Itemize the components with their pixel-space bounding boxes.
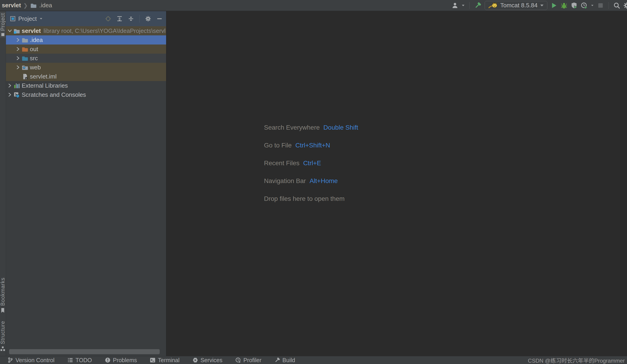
statusbar-problems[interactable]: Problems xyxy=(105,357,137,364)
expand-all-icon[interactable] xyxy=(117,16,122,22)
drop-files-hint: Drop files here to open them xyxy=(264,194,358,203)
profiler-run-button[interactable] xyxy=(581,2,587,9)
run-configuration-label: Tomcat 8.5.84 xyxy=(500,2,538,9)
libraries-icon xyxy=(14,83,20,89)
tree-item-hint: library root, C:\Users\YOGA\IdeaProjects… xyxy=(44,27,166,35)
statusbar-services[interactable]: Services xyxy=(192,357,222,364)
tree-row-servlet[interactable]: servlet library root, C:\Users\YOGA\Idea… xyxy=(6,26,166,35)
breadcrumb-project[interactable]: servlet xyxy=(2,2,21,9)
breadcrumb-separator-icon: ❯ xyxy=(23,2,28,9)
folder-icon xyxy=(22,37,28,43)
shortcut-row: Navigation Bar Alt+Home xyxy=(264,176,358,186)
profiler-dropdown-icon[interactable] xyxy=(591,5,593,6)
scratches-icon xyxy=(14,92,20,98)
shortcut-row: Search Everywhere Double Shift xyxy=(264,123,358,132)
tree-chevron-icon[interactable] xyxy=(7,28,13,34)
tree-chevron-icon[interactable] xyxy=(15,55,21,61)
toolbar-actions: Tomcat 8.5.84 xyxy=(452,1,627,10)
stop-button-disabled xyxy=(597,2,604,9)
select-opened-file-icon[interactable] xyxy=(105,16,111,22)
editor-empty-state: Search Everywhere Double Shift Go to Fil… xyxy=(167,11,627,356)
header-divider xyxy=(139,15,140,23)
project-tool-icon xyxy=(1,33,4,36)
tree-row-external-libraries[interactable]: External Libraries xyxy=(6,81,166,90)
structure-icon xyxy=(0,346,5,352)
breadcrumb-current[interactable]: .idea xyxy=(39,2,52,9)
tomcat-icon xyxy=(488,2,498,9)
folder-source-icon xyxy=(22,55,28,61)
file-iml-icon xyxy=(22,73,28,80)
tree-chevron-icon[interactable] xyxy=(7,92,13,98)
project-view-selector[interactable]: Project xyxy=(10,15,43,22)
folder-project-icon xyxy=(14,28,20,34)
stripe-label-bookmarks: Bookmarks xyxy=(0,277,6,306)
problems-icon xyxy=(105,357,111,363)
tree-row-servlet-iml[interactable]: servlet.iml xyxy=(6,72,166,81)
tree-row--idea[interactable]: .idea xyxy=(6,35,166,45)
shortcut-action-label: Navigation Bar xyxy=(264,177,306,185)
tree-item-label: web xyxy=(30,64,41,71)
statusbar-build[interactable]: Build xyxy=(274,357,295,364)
run-configuration-selector[interactable]: Tomcat 8.5.84 xyxy=(485,1,547,10)
statusbar-item-label: Build xyxy=(282,357,295,364)
debug-button[interactable] xyxy=(561,2,568,9)
toolbar-divider xyxy=(469,2,470,9)
shortcut-action-label: Recent Files xyxy=(264,159,300,167)
statusbar-version-control[interactable]: Version Control xyxy=(7,357,54,364)
tree-chevron-icon[interactable] xyxy=(15,64,21,70)
project-tree: servlet library root, C:\Users\YOGA\Idea… xyxy=(6,26,166,99)
tree-item-label: src xyxy=(30,55,38,62)
folder-icon xyxy=(30,2,37,8)
shortcut-keystroke: Ctrl+E xyxy=(303,159,321,167)
collapse-all-icon[interactable] xyxy=(128,16,134,22)
project-view-icon xyxy=(10,16,15,21)
folder-web-icon xyxy=(22,64,28,70)
run-config-dropdown-icon xyxy=(540,4,543,6)
bookmark-icon xyxy=(0,308,5,313)
hide-panel-icon[interactable] xyxy=(157,16,162,22)
statusbar-todo[interactable]: TODO xyxy=(67,357,92,364)
tree-row-out[interactable]: out xyxy=(6,45,166,54)
tree-row-web[interactable]: web xyxy=(6,63,166,72)
tree-item-label: .idea xyxy=(30,37,43,44)
project-panel-header: Project xyxy=(6,11,166,26)
tree-row-src[interactable]: src xyxy=(6,54,166,63)
services-icon xyxy=(192,357,198,363)
settings-gear-icon[interactable] xyxy=(623,2,627,9)
shortcut-keystroke: Alt+Home xyxy=(310,177,338,185)
tree-chevron-icon[interactable] xyxy=(7,83,13,89)
stripe-button-project[interactable]: Project xyxy=(0,12,5,38)
horizontal-scrollbar[interactable] xyxy=(9,349,160,354)
tree-chevron-icon[interactable] xyxy=(15,73,21,79)
user-dropdown-icon[interactable] xyxy=(462,4,464,6)
search-everywhere-icon[interactable] xyxy=(613,2,620,9)
profiler-gray-icon xyxy=(235,357,241,363)
statusbar-item-label: Terminal xyxy=(158,357,179,364)
statusbar-terminal[interactable]: Terminal xyxy=(150,357,179,364)
shortcut-keystroke: Double Shift xyxy=(323,124,358,131)
stripe-button-bookmarks[interactable]: Bookmarks xyxy=(0,276,5,314)
tree-chevron-icon[interactable] xyxy=(15,37,21,43)
tree-item-label: servlet xyxy=(22,27,41,35)
tree-item-label: Scratches and Consoles xyxy=(22,91,86,98)
build-project-icon[interactable] xyxy=(474,2,481,9)
statusbar-item-label: Profiler xyxy=(243,357,261,364)
tree-item-label: servlet.iml xyxy=(30,73,56,80)
tree-chevron-icon[interactable] xyxy=(15,46,21,52)
statusbar-profiler[interactable]: Profiler xyxy=(235,357,261,364)
tree-row-scratches-and-consoles[interactable]: Scratches and Consoles xyxy=(6,90,166,99)
shortcut-hints: Search Everywhere Double Shift Go to Fil… xyxy=(264,123,358,203)
run-button[interactable] xyxy=(551,2,557,9)
run-with-coverage-button[interactable] xyxy=(571,2,577,9)
stripe-button-structure[interactable]: Structure xyxy=(0,319,5,353)
panel-options-gear-icon[interactable] xyxy=(145,16,151,22)
statusbar-item-label: TODO xyxy=(76,357,92,364)
statusbar-item-label: Services xyxy=(201,357,222,364)
csdn-watermark: CSDN @练习时长六年半的Programmer xyxy=(528,356,627,364)
user-account-icon[interactable] xyxy=(452,2,458,9)
stripe-label-structure: Structure xyxy=(0,321,6,344)
tree-item-label: out xyxy=(30,46,38,53)
project-view-dropdown-icon xyxy=(40,18,43,19)
toolbar-divider xyxy=(609,2,609,9)
shortcut-action-label: Go to File xyxy=(264,142,292,149)
